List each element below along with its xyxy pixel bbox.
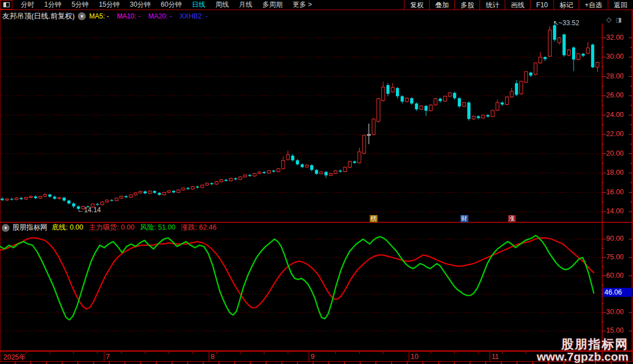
indicator-axis-label: 15.00 [606, 326, 632, 334]
indicator-values: 底线: 0.00主力吸货: 0.00风险: 51.00涨跌: 62.46 [52, 223, 222, 232]
price-axis-label: 20.00 [606, 150, 632, 157]
ma-labels: MA5: -MA10: -MA20: -XXHB2: - [89, 12, 207, 20]
tool-menu: 复权叠加多股统计画线F10标记+自选返回 [404, 0, 633, 10]
oscillator-line-fast [0, 235, 594, 320]
price-axis-label: 26.00 [606, 91, 632, 99]
month-label-8: 8 [211, 353, 215, 361]
event-marker-0: 榜 [370, 215, 378, 222]
chevron-down-icon[interactable]: ▾ [2, 224, 10, 232]
price-axis-label: 32.00 [606, 34, 632, 41]
price-axis-label: 28.00 [606, 72, 632, 80]
indicator-name: 股朋指标网 [12, 223, 48, 232]
indicator-header: ▾ 股朋指标网 底线: 0.00主力吸货: 0.00风险: 51.00涨跌: 6… [0, 223, 222, 232]
tool-button-8[interactable]: 返回 [608, 0, 633, 10]
split-window-icon [3, 2, 10, 7]
indicator-axis-label: 30.00 [606, 308, 632, 316]
layout-split-button[interactable] [0, 0, 12, 10]
price-axis-label: 22.00 [606, 130, 632, 138]
menu-item-9[interactable]: 多周期 [257, 0, 287, 10]
indicator-field-0: 底线: 0.00 [52, 223, 83, 231]
tool-button-3[interactable]: 统计 [480, 0, 505, 10]
indicator-field-3: 涨跌: 62.46 [181, 223, 216, 231]
indicator-axis-label: 75.00 [606, 253, 632, 261]
tool-button-2[interactable]: 多股 [454, 0, 480, 10]
price-axis-label: 24.00 [606, 111, 632, 119]
indicator-field-1: 主力吸货: 0.00 [89, 223, 134, 231]
ma-label-2: MA20: - [148, 12, 172, 20]
event-marker-2: 涨 [508, 215, 516, 222]
month-label-7: 7 [106, 353, 110, 361]
month-label-10: 10 [411, 353, 418, 361]
watermark-url: www.7gpzb.com [537, 351, 629, 362]
candlestick-chart[interactable] [0, 0, 633, 364]
year-label: 2025年 [3, 353, 26, 362]
tool-button-1[interactable]: 叠加 [429, 0, 454, 10]
tool-button-6[interactable]: 标记 [553, 0, 579, 10]
menu-item-2[interactable]: 5分钟 [67, 0, 94, 10]
tool-button-0[interactable]: 复权 [404, 0, 429, 10]
stock-title: 友邦吊顶(日线.前复权) [2, 11, 75, 21]
ma-label-3: XXHB2: - [180, 12, 208, 20]
menu-item-6[interactable]: 日线 [187, 0, 210, 10]
menu-item-4[interactable]: 30分钟 [125, 0, 156, 10]
watermark-name: 股朋指标网 [537, 338, 629, 351]
tool-button-7[interactable]: +自选 [579, 0, 608, 10]
current-value-badge: 46.06 [603, 288, 632, 297]
low-price-annotation: ←14.14 [77, 206, 101, 214]
chart-title-bar: 友邦吊顶(日线.前复权) ▾ MA5: -MA10: -MA20: -XXHB2… [0, 10, 633, 22]
menu-item-5[interactable]: 60分钟 [156, 0, 187, 10]
tool-button-4[interactable]: 画线 [505, 0, 530, 10]
menu-item-0[interactable]: 分时 [16, 0, 39, 10]
month-label-11: 11 [492, 353, 499, 361]
tool-button-5[interactable]: F10 [530, 0, 553, 10]
ma-label-1: MA10: - [117, 12, 141, 20]
site-watermark: 股朋指标网 www.7gpzb.com [537, 338, 629, 362]
trading-app-window: 分时1分钟5分钟15分钟30分钟60分钟日线周线月线多周期更多 > 复权叠加多股… [0, 0, 633, 364]
chevron-down-icon[interactable]: ▾ [78, 12, 86, 20]
event-marker-1: 财 [460, 215, 468, 222]
oscillator-line-slow [0, 238, 594, 309]
price-axis-label: 16.00 [606, 188, 632, 196]
period-menu: 分时1分钟5分钟15分钟30分钟60分钟日线周线月线多周期更多 > [16, 0, 404, 10]
indicator-field-2: 风险: 51.00 [140, 223, 175, 231]
price-axis-label: 30.00 [606, 53, 632, 60]
menu-item-8[interactable]: 月线 [234, 0, 257, 10]
menu-item-3[interactable]: 15分钟 [94, 0, 124, 10]
ma-label-0: MA5: - [89, 12, 109, 20]
indicator-axis-label: 90.00 [606, 235, 632, 242]
price-axis-label: 18.00 [606, 169, 632, 176]
price-axis-label: 14.00 [606, 207, 632, 215]
top-menu-bar: 分时1分钟5分钟15分钟30分钟60分钟日线周线月线多周期更多 > 复权叠加多股… [0, 0, 633, 10]
month-label-9: 9 [311, 353, 315, 361]
indicator-axis-label: 60.00 [606, 272, 632, 279]
menu-item-10[interactable]: 更多 > [287, 0, 316, 10]
menu-item-1[interactable]: 1分钟 [39, 0, 67, 10]
menu-item-7[interactable]: 周线 [210, 0, 234, 10]
